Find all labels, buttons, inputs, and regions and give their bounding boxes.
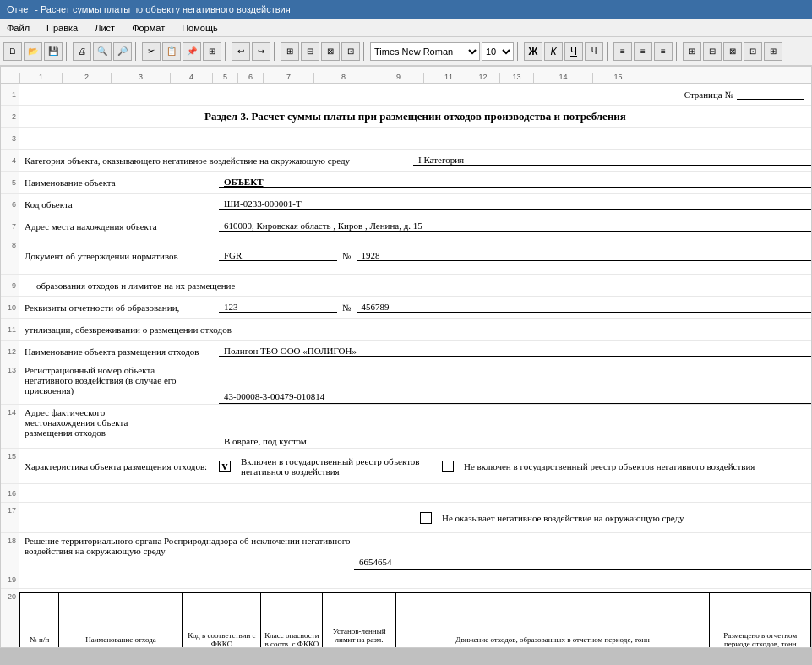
ruler-mark-7: 7 <box>263 73 313 83</box>
row-12-label: Наименование объекта размещения отходов <box>25 346 219 357</box>
th-movement: Движение отходов, образованных в отчетно… <box>395 593 710 649</box>
row-6-label: Код объекта <box>25 199 219 210</box>
checkbox-not-included[interactable] <box>442 461 454 472</box>
th-limit: Установ-ленный лимит на разм. отходов, т… <box>323 593 395 649</box>
toolbar-sep1 <box>66 42 69 61</box>
ruler-mark-13: 13 <box>499 73 533 83</box>
row-8-label: Документ об утверждении нормативов <box>25 251 219 261</box>
document-title: Раздел 3. Расчет суммы платы при размеще… <box>204 110 626 123</box>
row-num-1: 1 <box>1 84 19 106</box>
extra2-button[interactable]: ⊟ <box>703 42 722 61</box>
row-17: Не оказывает негативное воздействие на о… <box>19 503 811 533</box>
row-num-15: 15 <box>1 449 19 484</box>
save-button[interactable]: 💾 <box>44 42 63 61</box>
row-2-title: Раздел 3. Расчет суммы платы при размеще… <box>19 106 811 128</box>
menu-help[interactable]: Помощь <box>178 22 221 34</box>
paste-special-button[interactable]: ⊞ <box>203 42 221 61</box>
row-num-6: 6 <box>1 194 19 215</box>
row-14-label: Адрес фактическогоместонахождения объект… <box>25 407 219 438</box>
row-num-11: 11 <box>1 319 19 341</box>
row-5-value: ОБЪЕКТ <box>219 177 811 188</box>
extra5-button[interactable]: ⊞ <box>764 42 782 61</box>
th-code: Код в соответствии с ФККО <box>183 593 261 649</box>
extra1-button[interactable]: ⊞ <box>683 42 701 61</box>
checkbox-no-impact[interactable] <box>420 512 432 524</box>
toolbar-sep6 <box>517 42 520 61</box>
row-9: образования отходов и лимитов на их разм… <box>19 275 811 297</box>
row-8-value: FGR <box>219 250 337 261</box>
row-15-label: Характеристика объекта размещения отходо… <box>25 461 219 471</box>
undo-button[interactable]: ↩ <box>232 42 250 61</box>
toolbar-sep5 <box>363 42 367 61</box>
row-10-value: 123 <box>219 302 337 313</box>
print-button[interactable]: 🖨 <box>73 42 91 61</box>
row-num-12: 12 <box>1 341 19 362</box>
row-num-9: 9 <box>1 275 19 297</box>
font-size-select[interactable]: 10 <box>482 42 514 61</box>
align-right-button[interactable]: ≡ <box>654 42 673 61</box>
toolbar-sep8 <box>676 42 679 61</box>
row-11: утилизации, обезвреживании о размещении … <box>19 319 811 341</box>
font-name-select[interactable]: Times New Roman <box>370 42 480 61</box>
extra4-button[interactable]: ⊡ <box>744 42 762 61</box>
document-content: Страница № Раздел 3. Расчет суммы платы … <box>19 84 811 648</box>
align-center-button[interactable]: ≡ <box>634 42 652 61</box>
page-num-line <box>737 89 804 100</box>
ruler-mark-14: 14 <box>533 73 592 83</box>
search-button[interactable]: 🔎 <box>113 42 132 61</box>
th-class: Класс опасности в соотв. с ФККО <box>261 593 323 649</box>
row-num-7: 7 <box>1 215 19 237</box>
table-button[interactable]: ⊞ <box>281 42 299 61</box>
row-13-label: Регистрационный номер объектанегативного… <box>25 365 219 395</box>
ruler-mark-6: 6 <box>237 73 263 83</box>
open-button[interactable]: 📂 <box>24 42 42 61</box>
align-left-button[interactable]: ≡ <box>613 42 632 61</box>
row-7: Адрес места нахождения объекта 610000, К… <box>19 215 811 237</box>
toolbar-sep4 <box>274 42 277 61</box>
row-8-num-value: 1928 <box>357 250 812 261</box>
extra3-button[interactable]: ⊠ <box>723 42 742 61</box>
row-18-value: 6654654 <box>354 557 811 570</box>
row-num-2: 2 <box>1 106 19 128</box>
cut-button[interactable]: ✂ <box>142 42 161 61</box>
new-button[interactable]: 🗋 <box>3 42 22 61</box>
table2-button[interactable]: ⊟ <box>301 42 319 61</box>
ruler-mark-5: 5 <box>212 73 237 83</box>
row-5: Наименование объекта ОБЪЕКТ <box>19 172 811 194</box>
row-17-options: Не оказывает негативное воздействие на о… <box>219 512 811 524</box>
toolbar-sep7 <box>607 42 610 61</box>
row-3-empty <box>19 128 811 150</box>
document-area[interactable]: 1 2 3 4 5 6 7 8 9 …11 12 13 14 15 1 2 <box>0 66 812 648</box>
redo-button[interactable]: ↪ <box>252 42 270 61</box>
row-8: Документ об утверждении нормативов FGR №… <box>19 237 811 275</box>
italic-button[interactable]: К <box>544 42 563 61</box>
checkbox-included[interactable]: v <box>219 461 231 472</box>
row-num-18: 18 <box>1 533 19 570</box>
menu-sheet[interactable]: Лист <box>91 22 118 34</box>
menu-edit[interactable]: Правка <box>43 22 81 34</box>
row-1-page-num: Страница № <box>19 84 811 106</box>
table3-button[interactable]: ⊠ <box>321 42 340 61</box>
row-12-value: Полигон ТБО ООО «ПОЛИГОН» <box>219 346 811 357</box>
th-name: Наименование отхода <box>59 593 183 649</box>
row-6-value: ШИ-0233-000001-Т <box>219 199 811 210</box>
print-preview-button[interactable]: 🔍 <box>93 42 112 61</box>
copy-button[interactable]: 📋 <box>162 42 181 61</box>
menu-format[interactable]: Формат <box>128 22 168 34</box>
row-num-4: 4 <box>1 150 19 172</box>
row-18-label: Решение территориального органа Росприро… <box>25 536 354 556</box>
paste-button[interactable]: 📌 <box>183 42 201 61</box>
ruler-mark-1: 1 <box>19 73 62 83</box>
bold-button[interactable]: Ж <box>524 42 542 61</box>
row-10-num-value: 456789 <box>357 302 812 313</box>
title-bar-text: Отчет - Расчет суммы платы по объекту не… <box>7 4 291 14</box>
underline-button[interactable]: Ч <box>564 42 583 61</box>
row-10-num-label: № <box>337 303 357 313</box>
menu-file[interactable]: Файл <box>3 22 33 34</box>
row-7-value: 610000, Кировская область , Киров , Лени… <box>219 221 811 232</box>
row-10-label: Реквизиты отчетности об образовании, <box>25 303 219 313</box>
row-num-13: 13 <box>1 362 19 405</box>
row-15-options: v Включен в государственный реестр объек… <box>219 456 811 477</box>
table4-button[interactable]: ⊡ <box>341 42 360 61</box>
strikethrough-button[interactable]: Ч <box>585 42 603 61</box>
